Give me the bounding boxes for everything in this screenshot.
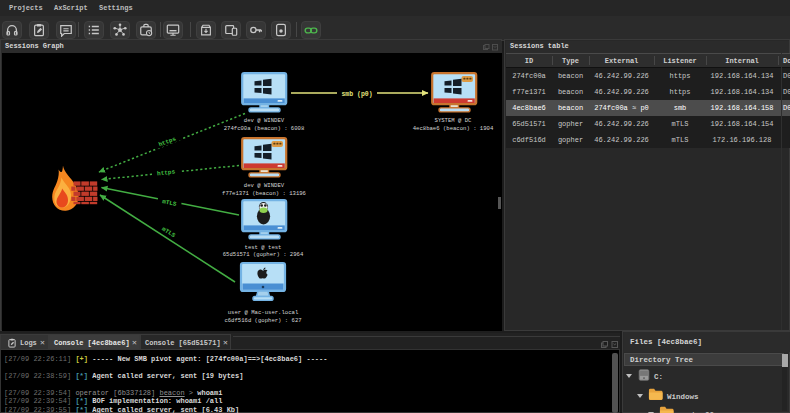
svg-text:https: https [158,135,178,148]
svg-text:c6df516d (gopher) : 627: c6df516d (gopher) : 627 [224,317,301,324]
svg-text:SYSTEM @ DC: SYSTEM @ DC [435,117,473,124]
svg-text:274fc00a (beacon) : 6008: 274fc00a (beacon) : 6008 [224,125,305,132]
svg-text:user @ Mac-user.local: user @ Mac-user.local [228,309,299,316]
svg-text:smb (p0): smb (p0) [341,91,372,98]
svg-text:dev @ WINDEV: dev @ WINDEV [244,182,285,189]
svg-text:f77e1371 (beacon) : 13196: f77e1371 (beacon) : 13196 [222,190,306,197]
svg-text:dev @ WINDEV: dev @ WINDEV [244,117,285,124]
svg-text:https: https [157,168,176,177]
svg-text:4ec8bae6 (beacon) : 1904: 4ec8bae6 (beacon) : 1904 [413,125,494,132]
svg-text:65d51571 (gopher) : 2964: 65d51571 (gopher) : 2964 [223,251,304,258]
svg-text:mTLS: mTLS [162,198,178,208]
svg-text:test @ test: test @ test [245,244,282,251]
